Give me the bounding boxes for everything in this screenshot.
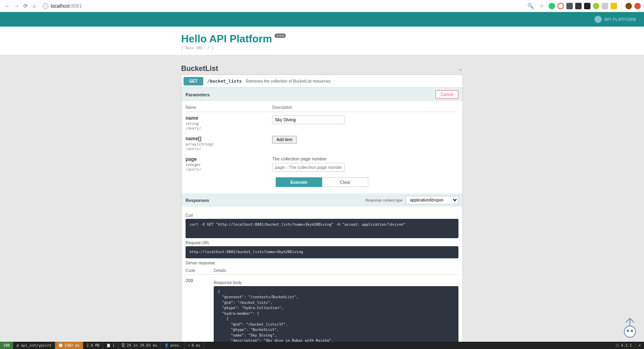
responses-bar: Responses Response content type applicat…	[182, 193, 462, 207]
home-button[interactable]: ⌂	[30, 2, 39, 10]
header-band: API PLATFORM	[0, 12, 644, 27]
parameters-label: Parameters	[186, 92, 210, 97]
col-header-desc: Description	[272, 105, 458, 110]
operation-path: /bucket_lists	[207, 79, 242, 84]
debug-db[interactable]: 🗄 29 in 39.65 ms	[118, 342, 161, 349]
code-header: Code	[186, 268, 214, 273]
parameters-body: Name Description name string (query)	[182, 101, 462, 193]
svg-point-0	[624, 326, 636, 337]
param-type: string	[186, 122, 272, 126]
param-row: name string (query)	[186, 115, 458, 130]
debug-toolbar[interactable]: 200 @ api_entrypoint 🕐 2302 ms 2.0 MB 📋 …	[0, 342, 644, 349]
extension-icon[interactable]	[557, 3, 564, 9]
method-badge: GET	[184, 77, 203, 85]
response-body-label: Response body	[214, 280, 458, 285]
param-type: integer	[186, 163, 272, 167]
server-response-label: Server response	[186, 261, 458, 265]
operation-block: GET /bucket_lists Retrieves the collecti…	[181, 75, 463, 349]
back-button[interactable]: ←	[3, 2, 12, 10]
details-header: Details	[214, 268, 458, 273]
param-name: name	[186, 115, 272, 121]
responses-body: Curl curl -X GET "http://localhost:8081/…	[182, 207, 462, 349]
response-body: { "@context": "/contexts/BucketList", "@…	[214, 286, 458, 349]
debug-sf[interactable]: ⬡ 4.3.1	[613, 343, 635, 347]
operation-header[interactable]: GET /bucket_lists Retrieves the collecti…	[182, 75, 462, 88]
param-desc: The collection page number	[272, 156, 458, 161]
extension-icon[interactable]	[634, 3, 641, 9]
forward-button[interactable]: →	[12, 2, 21, 10]
browser-toolbar: ← → ⟳ ⌂ i localhost:8081 🔍 ☆	[0, 0, 644, 12]
extension-icon[interactable]	[584, 3, 590, 9]
star-icon[interactable]: ☆	[537, 2, 546, 10]
response-code: 200	[186, 278, 214, 349]
param-row: page integer (query) The collection page…	[186, 156, 458, 172]
param-row: name[] array[string] (query) Add item	[186, 136, 458, 151]
extension-icons: 🔍 ☆	[526, 2, 641, 10]
version-badge: 1.0.0	[275, 33, 286, 38]
resource-header[interactable]: BucketList ⌄	[181, 63, 463, 75]
request-url-label: Request URL	[186, 241, 458, 245]
operation-summary: Retrieves the collection of BucketList r…	[246, 79, 332, 83]
svg-point-1	[627, 330, 629, 332]
extension-icon[interactable]	[566, 3, 573, 9]
url-port: :8081	[70, 3, 82, 9]
param-name-input[interactable]	[272, 115, 345, 124]
info-icon: i	[43, 3, 48, 9]
extension-icon[interactable]	[549, 3, 555, 9]
debug-time[interactable]: 🕐 2302 ms	[55, 342, 83, 349]
curl-label: Curl	[186, 213, 458, 218]
add-item-button[interactable]: Add item	[272, 136, 297, 143]
param-type: array[string]	[186, 142, 272, 146]
extension-icon[interactable]	[593, 3, 599, 9]
parameters-bar: Parameters Cancel	[182, 88, 462, 101]
extension-icon[interactable]	[611, 3, 617, 9]
search-icon[interactable]: 🔍	[526, 2, 535, 10]
resource-title: BucketList	[181, 64, 218, 73]
param-page-input[interactable]	[272, 163, 345, 172]
avatar[interactable]	[625, 3, 632, 9]
mascot-icon	[620, 318, 640, 342]
chevron-down-icon: ⌄	[458, 66, 463, 72]
reload-button[interactable]: ⟳	[21, 2, 30, 10]
param-in: (query)	[186, 147, 272, 151]
debug-close[interactable]: ✕	[636, 343, 644, 347]
brand-logo-icon	[594, 16, 602, 23]
title-section: Hello API Platform 1.0.0 [ Base URL: / ]	[0, 27, 644, 55]
param-in: (query)	[186, 167, 272, 171]
base-url: [ Base URL: / ]	[181, 46, 463, 50]
brand-label: API PLATFORM	[604, 17, 636, 22]
cancel-button[interactable]: Cancel	[436, 90, 458, 99]
content-type-select[interactable]: application/ld+json	[406, 196, 458, 204]
debug-status[interactable]: 200	[0, 342, 13, 349]
debug-mem[interactable]: 2.0 MB	[83, 342, 103, 349]
param-in: (query)	[186, 126, 272, 130]
content-type-label: Response content type	[365, 198, 402, 202]
page-title: Hello API Platform	[181, 33, 272, 45]
param-name: page	[186, 156, 272, 162]
extension-icon[interactable]	[602, 3, 608, 9]
col-header-name: Name	[186, 105, 272, 110]
clear-button[interactable]: Clear	[322, 177, 368, 187]
debug-user[interactable]: 👤 anon.	[161, 342, 185, 349]
debug-route[interactable]: @ api_entrypoint	[13, 342, 55, 349]
debug-forms[interactable]: 📋 1	[103, 342, 118, 349]
extension-icon[interactable]	[575, 3, 582, 9]
url-host: localhost	[51, 3, 70, 9]
svg-point-2	[631, 330, 633, 332]
curl-command: curl -X GET "http://localhost:8081/bucke…	[186, 219, 458, 238]
responses-label: Responses	[186, 198, 209, 203]
debug-extra[interactable]: ⚡ 8 ms	[185, 342, 204, 349]
request-url: http://localhost:8081/bucket_lists?name=…	[186, 246, 458, 258]
execute-button[interactable]: Execute	[276, 177, 322, 187]
address-bar[interactable]: i localhost:8081	[43, 3, 522, 9]
param-name: name[]	[186, 136, 272, 141]
